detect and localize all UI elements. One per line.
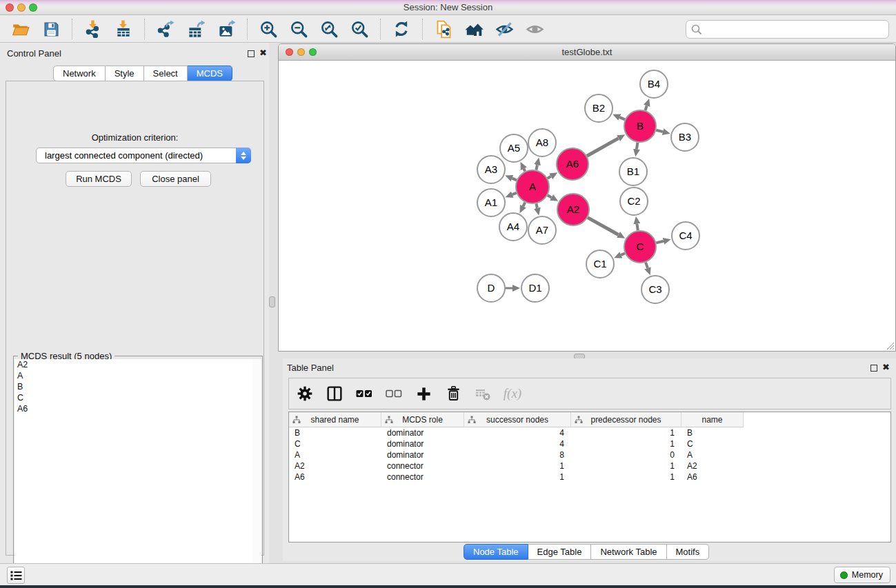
graph-edge-A-A2[interactable]: [548, 195, 552, 197]
column-header-predecessor-nodes[interactable]: predecessor nodes: [571, 412, 681, 427]
open-session-button[interactable]: [8, 17, 33, 41]
graph-edge-A6-B[interactable]: [587, 139, 619, 156]
search-field[interactable]: [686, 20, 889, 39]
table-cell[interactable]: 4: [464, 427, 571, 438]
table-cell[interactable]: 1: [571, 427, 681, 438]
table-cell[interactable]: 1: [464, 460, 571, 472]
graph-node-A1[interactable]: A1: [477, 189, 505, 216]
table-cell[interactable]: A6: [681, 472, 744, 483]
add-column-button[interactable]: [415, 385, 432, 403]
show-graphics-details-button[interactable]: [522, 17, 547, 41]
graph-edge-A-A8[interactable]: [536, 165, 537, 170]
task-history-button[interactable]: [7, 567, 25, 584]
table-cell[interactable]: A6: [289, 472, 381, 483]
table-cell[interactable]: B: [289, 427, 381, 438]
graph-node-A[interactable]: A: [516, 170, 549, 203]
mcds-result-item[interactable]: C: [14, 392, 252, 403]
graph-node-B2[interactable]: B2: [585, 94, 613, 122]
table-cell[interactable]: dominator: [381, 427, 464, 438]
graph-node-C[interactable]: C: [624, 231, 656, 263]
search-input[interactable]: [703, 23, 888, 37]
close-table-panel-icon[interactable]: ✖: [882, 362, 890, 372]
network-canvas[interactable]: B4B2BB3A8A5A6A3B1AC2A1A2A4A7C4CC1DD1C3: [279, 61, 895, 351]
memory-button[interactable]: Memory: [834, 567, 890, 583]
column-header-successor-nodes[interactable]: successor nodes: [464, 412, 571, 427]
apply-function-button[interactable]: f(x): [504, 385, 521, 403]
refresh-view-button[interactable]: [389, 17, 414, 41]
show-column-button[interactable]: [326, 385, 344, 403]
zoom-selected-button[interactable]: [347, 17, 372, 41]
table-cell[interactable]: dominator: [381, 438, 464, 449]
graph-edge-A2-C[interactable]: [588, 218, 619, 235]
graph-edge-A-A5[interactable]: [524, 169, 525, 172]
graph-node-A5[interactable]: A5: [500, 134, 528, 162]
table-row[interactable]: Adominator80A: [289, 449, 890, 460]
graph-edge-C-C1[interactable]: [621, 253, 625, 254]
import-table-button[interactable]: [111, 17, 136, 41]
table-cell[interactable]: A: [289, 449, 381, 460]
table-cell[interactable]: C: [289, 438, 381, 449]
graph-edge-B-B4[interactable]: [645, 105, 646, 110]
mcds-result-item[interactable]: A2: [14, 359, 252, 370]
delete-column-button[interactable]: [444, 385, 462, 403]
delete-table-button[interactable]: [474, 385, 492, 403]
network-graph[interactable]: B4B2BB3A8A5A6A3B1AC2A1A2A4A7C4CC1DD1C3: [279, 61, 895, 349]
column-header-shared-name[interactable]: shared name: [289, 412, 381, 427]
table-cell[interactable]: 1: [571, 460, 681, 472]
mcds-result-item[interactable]: B: [14, 381, 252, 392]
graph-node-A4[interactable]: A4: [499, 213, 527, 241]
copy-style-button[interactable]: [431, 17, 456, 41]
graph-edge-C-C3[interactable]: [646, 263, 648, 268]
graph-node-B[interactable]: B: [624, 110, 656, 142]
table-row[interactable]: A6connector11A6: [289, 472, 890, 483]
graph-node-C4[interactable]: C4: [672, 222, 699, 250]
graph-node-B3[interactable]: B3: [671, 123, 699, 151]
unselect-all-button[interactable]: [385, 385, 403, 403]
tab-motifs[interactable]: Motifs: [667, 544, 710, 560]
close-panel-icon[interactable]: ✖: [259, 48, 267, 58]
table-row[interactable]: Cdominator41C: [289, 438, 890, 449]
table-cell[interactable]: connector: [381, 460, 464, 472]
mcds-result-item[interactable]: A6: [14, 403, 252, 414]
mcds-list-scrollbar[interactable]: [252, 359, 261, 587]
graph-edge-C-C2[interactable]: [637, 224, 637, 231]
table-cell[interactable]: A2: [289, 460, 381, 472]
network-window-titlebar[interactable]: testGlobe.txt: [279, 44, 895, 61]
select-all-button[interactable]: [355, 385, 373, 403]
tab-select[interactable]: Select: [144, 65, 188, 81]
tab-network-table[interactable]: Network Table: [591, 544, 666, 560]
graph-node-C2[interactable]: C2: [620, 187, 648, 215]
hide-graphics-details-button[interactable]: [492, 17, 517, 41]
graph-edge-C-C4[interactable]: [656, 241, 664, 243]
zoom-fit-button[interactable]: [317, 17, 341, 41]
export-table-button[interactable]: [183, 17, 208, 41]
tab-mcds[interactable]: MCDS: [188, 65, 232, 81]
tab-network[interactable]: Network: [53, 65, 106, 81]
zoom-out-button[interactable]: [286, 17, 311, 41]
zoom-in-button[interactable]: [256, 17, 281, 41]
criterion-dropdown[interactable]: largest connected component (directed): [36, 148, 251, 163]
graph-edge-A-A1[interactable]: [512, 193, 517, 194]
table-cell[interactable]: C: [681, 438, 744, 449]
graph-edge-B-B2[interactable]: [619, 117, 625, 119]
mcds-result-item[interactable]: A: [14, 370, 252, 381]
graph-node-B4[interactable]: B4: [640, 70, 668, 98]
export-image-button[interactable]: [214, 17, 239, 41]
graph-node-A6[interactable]: A6: [557, 148, 588, 180]
graph-node-A8[interactable]: A8: [528, 129, 556, 156]
table-cell[interactable]: 4: [464, 438, 571, 449]
show-all-networks-button[interactable]: [461, 17, 486, 41]
graph-node-D[interactable]: D: [477, 274, 505, 302]
mcds-result-list[interactable]: A2ABCA6: [14, 359, 253, 587]
table-row[interactable]: A2connector11A2: [289, 460, 890, 472]
table-cell[interactable]: B: [681, 427, 744, 438]
tab-edge-table[interactable]: Edge Table: [528, 544, 592, 560]
table-row[interactable]: Bdominator41B: [289, 427, 890, 438]
table-cell[interactable]: A2: [681, 460, 744, 472]
column-header-name[interactable]: name: [681, 412, 744, 427]
graph-edge-B-B3[interactable]: [656, 130, 663, 132]
graph-node-A2[interactable]: A2: [557, 194, 589, 225]
save-session-button[interactable]: [39, 17, 63, 41]
graph-edge-B-B1[interactable]: [637, 143, 637, 150]
column-header-mcds-role[interactable]: MCDS role: [381, 412, 464, 427]
